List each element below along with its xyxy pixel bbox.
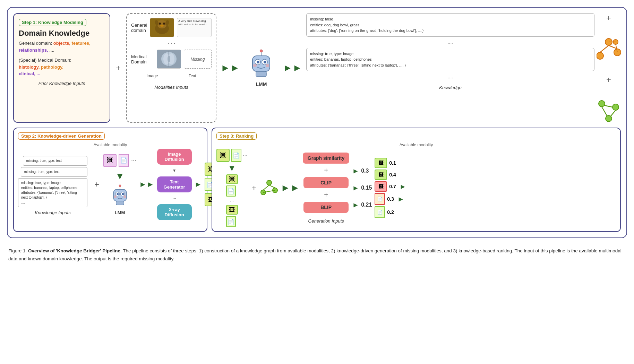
svg-point-2 <box>157 20 167 28</box>
svg-point-18 <box>264 61 266 63</box>
medical-missing-box: Missing <box>184 50 212 69</box>
output-item-5: 📄 0.2 <box>375 206 406 218</box>
domain-special-label: (Special) Medical Domain: <box>19 58 71 63</box>
s3-doc-icon: 📄 <box>231 149 241 162</box>
modalities-panel: General domain <box>126 13 216 123</box>
domain-relationships: relationships, <box>19 47 48 53</box>
domain-histology: histology, <box>19 64 40 70</box>
output-item-4: 📄 0.3 ► <box>375 193 406 205</box>
svg-point-48 <box>122 193 124 195</box>
lmm-label-bottom: LMM <box>115 210 125 215</box>
ranking-modules-col: Graph similarity + CLIP + BLIP Generatio… <box>303 153 350 224</box>
svg-point-13 <box>168 55 170 62</box>
out-score-2: 0.4 <box>389 172 396 177</box>
score-blip-val: 0.21 <box>361 202 372 208</box>
lmm-robot-top <box>247 49 275 80</box>
general-domain-label: General domain <box>131 23 147 33</box>
out-arrow-3: ► <box>400 183 406 191</box>
knowledge-right: missing: false entities: dog, dog bowl, … <box>306 13 621 123</box>
svg-line-57 <box>263 185 269 190</box>
arrow-to-lmm: ►► <box>221 13 240 123</box>
step2-inner: missing: true, type: text missing: true,… <box>18 149 203 220</box>
knowledge1-text: missing: false entities: dog, dog bowl, … <box>310 16 591 34</box>
lmm-robot-bottom <box>110 184 130 208</box>
score-clip-val: 0.15 <box>361 185 372 191</box>
caption-prefix: Figure 1. <box>8 248 28 253</box>
svg-line-28 <box>600 45 609 52</box>
step1-label: Step 1: Knowledge Modeling <box>19 19 86 26</box>
out-score-1: 0.1 <box>389 160 396 166</box>
domain-knowledge-title: Domain Knowledge <box>19 29 105 38</box>
rank-plus-1: + <box>324 166 328 174</box>
knowledge2-text: missing: true, type: image entities: ban… <box>310 51 591 68</box>
caption-bold: Overview of 'Knowledge Bridger' Pipeline… <box>28 248 122 253</box>
svg-point-25 <box>597 52 603 59</box>
domain-clinical: clinical, ... <box>19 71 40 76</box>
svg-point-52 <box>123 195 126 198</box>
svg-rect-53 <box>116 201 124 205</box>
out-img-2: 🖼 <box>375 170 387 180</box>
available-modality-label-3: Available modality <box>216 142 616 147</box>
step3-panel: Step 3: Ranking Available modality 🖼 📄 ·… <box>212 128 621 232</box>
small-graph-icon-green <box>260 179 278 197</box>
output-item-1: 🖼 0.1 <box>375 158 406 168</box>
diagram-area: Step 1: Knowledge Modeling Domain Knowle… <box>7 7 627 238</box>
out-img-1: 🖼 <box>375 158 387 168</box>
s3-arrow-down: ▼ <box>228 163 236 173</box>
generation-inputs-label: Generation Inputs <box>308 218 344 224</box>
dog-image <box>150 18 174 37</box>
svg-point-47 <box>117 193 119 195</box>
card3-ellipsis: .... <box>21 200 84 205</box>
step3-inner: 🖼 📄 ··· ▼ 🖼 📄 ··· 🖼 📄 <box>216 149 616 227</box>
top-row: Step 1: Knowledge Modeling Domain Knowle… <box>13 13 621 123</box>
knowledge-box-2: missing: true, type: image entities: ban… <box>306 48 594 71</box>
svg-point-54 <box>267 180 272 185</box>
missing-label-2: Missing <box>191 57 205 62</box>
svg-line-35 <box>604 105 612 107</box>
available-modality-label-2: Available modality <box>18 142 203 147</box>
domain-objects: objects, <box>53 41 70 46</box>
svg-point-17 <box>257 61 259 63</box>
svg-point-4 <box>163 23 165 25</box>
mod-img-icon-1: 🖼 <box>103 154 117 167</box>
svg-point-5 <box>160 25 164 27</box>
step1-panel: Step 1: Knowledge Modeling Domain Knowle… <box>13 13 110 123</box>
lmm-box-top: LMM <box>244 13 279 123</box>
s3-dots: ··· <box>243 152 247 158</box>
domain-general-text: General domain: objects, features, relat… <box>19 40 105 53</box>
orange-graph-icon <box>597 37 621 61</box>
rank-graph-similarity: Graph similarity <box>303 153 350 164</box>
out-img-3: 🖼 <box>375 181 387 192</box>
step2-mid-col: 🖼 📄 ··· ▼ <box>103 154 136 215</box>
arrow-to-ranking: ►► <box>281 182 300 193</box>
s3-mid-dots: ··· <box>226 198 238 203</box>
rank-plus-2: + <box>324 191 328 199</box>
s3-gen-doc-2: 📄 <box>226 216 236 227</box>
svg-point-21 <box>253 64 257 67</box>
gen-dots: ··· <box>173 196 176 201</box>
score-arrow-graph: ► <box>352 167 359 175</box>
gen-text-generator: Text Generator <box>157 176 192 192</box>
svg-rect-23 <box>256 71 266 77</box>
modality-icons-row: 🖼 📄 ··· <box>103 154 136 167</box>
out-score-5: 0.2 <box>387 209 394 215</box>
arrow-to-generation: ►► <box>139 180 154 189</box>
green-graph-icon <box>597 98 621 123</box>
card3: missing: true, type: image entities: ban… <box>18 178 87 207</box>
score-row-graph: ► 0.3 <box>352 167 372 175</box>
card1-text: missing: true, type: text <box>26 159 62 163</box>
domain-features: features, <box>72 41 91 46</box>
svg-line-37 <box>610 110 616 116</box>
arrow-after-generation: ► <box>195 180 202 189</box>
scores-col: ► 0.3 ► 0.15 ► 0.21 <box>352 167 372 209</box>
plus-sign-step2: + <box>94 180 99 189</box>
output-item-3: 🖼 0.7 ► <box>375 181 406 192</box>
card3-text: missing: true, type: image entities: ban… <box>21 181 84 200</box>
s3-gen-doc-1: 📄 <box>226 185 236 197</box>
card1: missing: true, type: text <box>23 156 87 166</box>
medical-domain-row: Medical Domain <box>131 50 212 69</box>
step2-panel: Step 2: Knowledge-driven Generation Avai… <box>13 128 207 232</box>
svg-line-58 <box>269 185 275 188</box>
plus-before-green-graph: + <box>606 75 611 85</box>
gen-xray-diffusion: X-ray Diffusion <box>157 204 192 220</box>
